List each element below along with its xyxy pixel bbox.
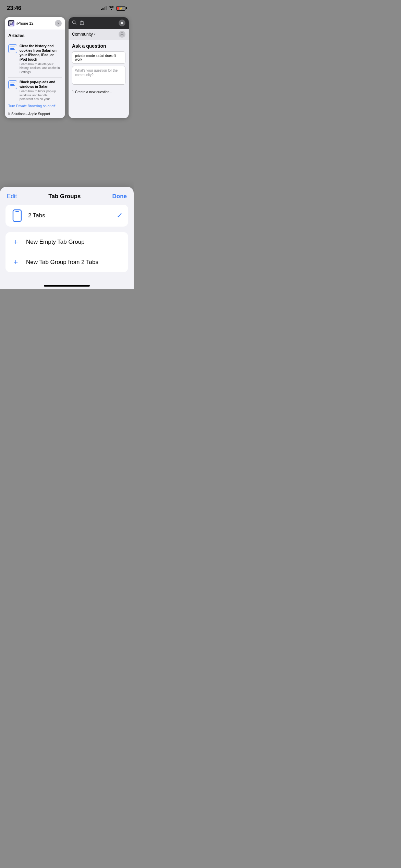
card2-footer:  Create a new question... (69, 88, 129, 96)
signal-icon (101, 6, 107, 10)
status-icons: ⚡ (101, 5, 127, 11)
card1-favicon (8, 20, 14, 26)
apple-logo-1:  (8, 112, 10, 116)
card1-close-button[interactable]: × (55, 20, 62, 27)
svg-rect-1 (10, 22, 12, 23)
card1-footer:  Solutions - Apple Support (5, 110, 65, 118)
community-bar: Community ▾ (69, 29, 129, 40)
edit-button[interactable]: Edit (7, 193, 17, 200)
svg-line-5 (75, 23, 76, 25)
avatar (119, 31, 125, 38)
phone-icon (11, 209, 23, 222)
ask-title: Ask a question (72, 43, 125, 49)
new-tab-from-tabs-label: New Tab Group from 2 Tabs (26, 259, 98, 266)
home-indicator (44, 285, 90, 287)
divider-2 (8, 77, 62, 77)
card2-footer-text: Create a new question... (75, 90, 112, 94)
ask-question-content: Ask a question private mode safari doesn… (69, 40, 129, 88)
new-tab-options: + New Empty Tab Group + New Tab Group fr… (5, 232, 128, 272)
divider (8, 41, 62, 41)
card1-title: iPhone 12 (16, 21, 34, 25)
article-item-1: Clear the history and cookies from Safar… (8, 44, 62, 74)
article-link[interactable]: Turn Private Browsing on or off (8, 104, 62, 108)
card2-close-button[interactable]: × (119, 20, 125, 26)
tab-card-apple-support[interactable]: iPhone 12 × Articles Clear the history a… (5, 17, 65, 118)
new-empty-tab-label: New Empty Tab Group (26, 239, 85, 245)
article-title-1: Clear the history and cookies from Safar… (20, 44, 62, 62)
chevron-down-icon: ▾ (94, 33, 96, 36)
plus-icon-from-tabs: + (11, 257, 21, 267)
community-dropdown[interactable]: Community ▾ (72, 32, 96, 37)
tab-group-item[interactable]: 2 Tabs ✓ (5, 205, 128, 227)
new-tab-group-from-tabs-button[interactable]: + New Tab Group from 2 Tabs (5, 252, 128, 272)
bottom-sheet: Edit Tab Groups Done 2 Tabs ✓ + New Empt… (0, 187, 134, 289)
article-title-2: Block pop-up ads and windows in Safari (20, 80, 62, 89)
sheet-header: Edit Tab Groups Done (0, 187, 134, 205)
article-icon-2 (8, 80, 17, 89)
card1-content: Articles Clear the history and cookies f… (5, 29, 65, 110)
tab-card-community[interactable]: × Community ▾ Ask a question private mod… (69, 17, 129, 118)
tabs-area: iPhone 12 × Articles Clear the history a… (0, 14, 134, 122)
plus-icon-empty: + (11, 237, 21, 247)
wifi-icon (109, 5, 114, 11)
ask-input[interactable]: private mode safari doesn't work (72, 51, 125, 64)
sheet-title: Tab Groups (48, 193, 81, 200)
article-icon-1 (8, 44, 17, 53)
card2-header: × (69, 17, 129, 29)
card1-header: iPhone 12 × (5, 17, 65, 29)
apple-logo-2:  (72, 90, 73, 94)
done-button[interactable]: Done (112, 193, 127, 200)
articles-label: Articles (8, 33, 62, 38)
checkmark-icon: ✓ (117, 211, 123, 220)
community-label: Community (72, 32, 93, 37)
battery-icon: ⚡ (116, 6, 127, 11)
card1-footer-text: Solutions - Apple Support (11, 112, 50, 116)
status-bar: 23:46 ⚡ (0, 0, 134, 14)
new-empty-tab-group-button[interactable]: + New Empty Tab Group (5, 232, 128, 252)
status-time: 23:46 (7, 5, 21, 12)
article-desc-2: Learn how to block pop-up windows and ha… (20, 89, 62, 101)
search-icon (72, 20, 76, 26)
tab-group-name: 2 Tabs (28, 212, 45, 219)
share-icon (80, 20, 84, 26)
svg-rect-2 (10, 23, 12, 24)
svg-rect-10 (15, 211, 19, 212)
article-desc-1: Learn how to delete your history, cookie… (20, 62, 62, 74)
svg-rect-3 (10, 24, 12, 24)
article-item-2: Block pop-up ads and windows in Safari L… (8, 80, 62, 101)
ask-textarea[interactable]: What's your question for the community? (72, 66, 125, 85)
